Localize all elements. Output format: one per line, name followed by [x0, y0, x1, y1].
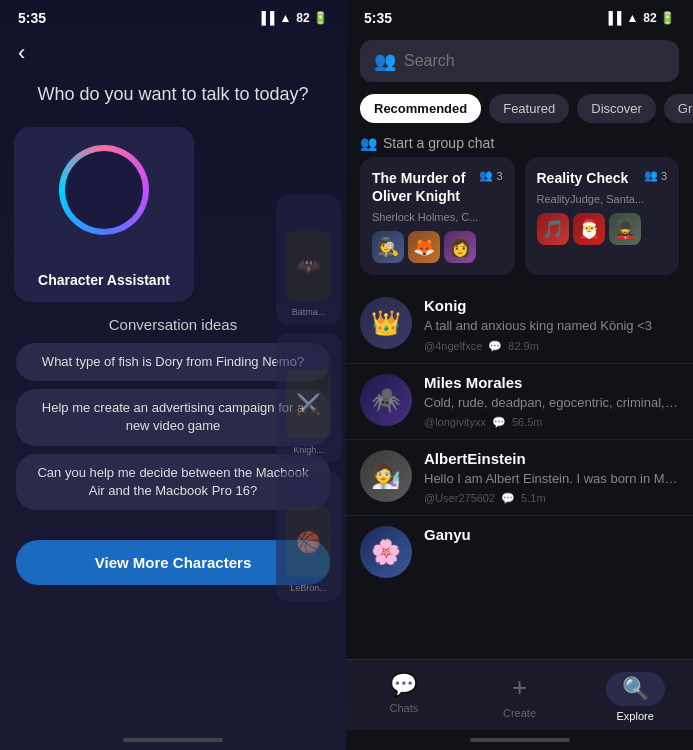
- characters-scroll: Character Assistant: [0, 127, 346, 302]
- einstein-avatar: 🧑‍🔬: [360, 450, 412, 502]
- conv-idea-3[interactable]: Can you help me decide between the Macbo…: [16, 454, 330, 510]
- miles-info: Miles Morales Cold, rude, deadpan, egoce…: [424, 374, 679, 429]
- signal-icon-left: ▐▐: [257, 11, 274, 25]
- section-label-group: 👥 Start a group chat: [346, 127, 693, 157]
- group-section-text: Start a group chat: [383, 135, 494, 151]
- group-card-sub-2: RealityJudge, Santa...: [537, 193, 668, 205]
- einstein-meta: @User275602 💬 5.1m: [424, 492, 679, 505]
- miles-meta: @longivityxx 💬 56.5m: [424, 416, 679, 429]
- tab-featured[interactable]: Featured: [489, 94, 569, 123]
- character-item-miles[interactable]: 🕷️ Miles Morales Cold, rude, deadpan, eg…: [346, 364, 693, 440]
- question-text: Who do you want to talk to today?: [7, 74, 338, 115]
- konig-desc: A tall and anxious king named König <3: [424, 317, 679, 335]
- tab-groups[interactable]: Groups: [664, 94, 693, 123]
- home-indicator-right: [346, 730, 693, 750]
- status-icons-right: ▐▐ ▲ 82 🔋: [604, 11, 675, 25]
- status-bar-left: 5:35 ▐▐ ▲ 82 🔋: [0, 0, 346, 32]
- conv-idea-2[interactable]: Help me create an advertising campaign f…: [16, 389, 330, 445]
- einstein-count: 5.1m: [521, 492, 545, 504]
- create-label: Create: [503, 707, 536, 719]
- avatar-girl: 👩: [444, 231, 476, 263]
- group-count-icon-2: 👥: [644, 169, 658, 182]
- miles-name: Miles Morales: [424, 374, 679, 391]
- konig-name: Konig: [424, 297, 679, 314]
- tab-recommended[interactable]: Recommended: [360, 94, 481, 123]
- group-card-sub-1: Sherlock Holmes, C...: [372, 211, 503, 223]
- conv-section-title: Conversation ideas: [16, 316, 330, 333]
- search-input[interactable]: [404, 52, 665, 70]
- group-cards-row: The Murder of Oliver Knight 👥 3 Sherlock…: [346, 157, 693, 275]
- group-count-2: 👥 3: [644, 169, 667, 182]
- character-assistant-card[interactable]: Character Assistant: [14, 127, 194, 302]
- miles-handle: @longivityxx: [424, 416, 486, 428]
- group-avatars-2: 🎵 🎅 💂: [537, 213, 668, 245]
- chats-label: Chats: [389, 702, 418, 714]
- einstein-name: AlbertEinstein: [424, 450, 679, 467]
- group-card-title-1: The Murder of Oliver Knight: [372, 169, 479, 205]
- right-panel: 5:35 ▐▐ ▲ 82 🔋 👥 Recommended Featured Di…: [346, 0, 693, 750]
- left-panel: 5:35 ▐▐ ▲ 82 🔋 ‹ Who do you want to talk…: [0, 0, 346, 750]
- character-item-einstein[interactable]: 🧑‍🔬 AlbertEinstein Hello I am Albert Ein…: [346, 440, 693, 516]
- group-card-title-2: Reality Check: [537, 169, 629, 187]
- back-button[interactable]: ‹: [0, 32, 43, 74]
- home-bar-right: [470, 738, 570, 742]
- search-bar[interactable]: 👥: [360, 40, 679, 82]
- konig-avatar: 👑: [360, 297, 412, 349]
- view-more-characters-button[interactable]: View More Characters: [16, 540, 330, 585]
- explore-icon: 🔍: [622, 676, 649, 701]
- avatar-music: 🎵: [537, 213, 569, 245]
- conversation-ideas-section: Conversation ideas What type of fish is …: [0, 310, 346, 524]
- battery-left: 82 🔋: [296, 11, 328, 25]
- circle-outer: [59, 145, 149, 235]
- home-indicator-left: [123, 730, 223, 750]
- group-card-reality-check[interactable]: Reality Check 👥 3 RealityJudge, Santa...…: [525, 157, 680, 275]
- search-people-icon: 👥: [374, 50, 396, 72]
- wifi-icon-left: ▲: [279, 11, 291, 25]
- chats-icon: 💬: [390, 672, 417, 698]
- tabs-row: Recommended Featured Discover Groups: [346, 90, 693, 127]
- conv-idea-1[interactable]: What type of fish is Dory from Finding N…: [16, 343, 330, 381]
- nav-chats[interactable]: 💬 Chats: [346, 668, 462, 726]
- avatar-santa: 🎅: [573, 213, 605, 245]
- circle-inner: [65, 151, 143, 229]
- group-card-header-2: Reality Check 👥 3: [537, 169, 668, 187]
- einstein-info: AlbertEinstein Hello I am Albert Einstei…: [424, 450, 679, 505]
- explore-label: Explore: [617, 710, 654, 722]
- character-item-ganyu[interactable]: 🌸 Ganyu: [346, 516, 693, 588]
- miles-count-icon: 💬: [492, 416, 506, 429]
- nav-explore[interactable]: 🔍 Explore: [577, 668, 693, 726]
- wifi-icon-right: ▲: [626, 11, 638, 25]
- ganyu-info: Ganyu: [424, 526, 679, 546]
- status-bar-right: 5:35 ▐▐ ▲ 82 🔋: [346, 0, 693, 32]
- nav-create[interactable]: + Create: [462, 668, 578, 726]
- miles-desc: Cold, rude, deadpan, egocentric, crimina…: [424, 394, 679, 412]
- character-assistant-name: Character Assistant: [14, 272, 194, 288]
- character-list: 👑 Konig A tall and anxious king named Kö…: [346, 287, 693, 659]
- miles-avatar: 🕷️: [360, 374, 412, 426]
- einstein-count-icon: 💬: [501, 492, 515, 505]
- konig-meta: @4ngelfxce 💬 82.9m: [424, 340, 679, 353]
- group-count-1: 👥 3: [479, 169, 502, 182]
- time-right: 5:35: [364, 10, 392, 26]
- group-avatars-1: 🕵️ 🦊 👩: [372, 231, 503, 263]
- konig-count: 82.9m: [508, 340, 539, 352]
- group-icon: 👥: [360, 135, 377, 151]
- einstein-desc: Hello I am Albert Einstein. I was born i…: [424, 470, 679, 488]
- time-left: 5:35: [18, 10, 46, 26]
- status-icons-left: ▐▐ ▲ 82 🔋: [257, 11, 328, 25]
- tab-discover[interactable]: Discover: [577, 94, 656, 123]
- battery-right: 82 🔋: [643, 11, 675, 25]
- character-item-konig[interactable]: 👑 Konig A tall and anxious king named Kö…: [346, 287, 693, 363]
- group-card-murder-oliver[interactable]: The Murder of Oliver Knight 👥 3 Sherlock…: [360, 157, 515, 275]
- konig-count-icon: 💬: [488, 340, 502, 353]
- einstein-handle: @User275602: [424, 492, 495, 504]
- group-card-header-1: The Murder of Oliver Knight 👥 3: [372, 169, 503, 205]
- avatar-soldier: 💂: [609, 213, 641, 245]
- signal-icon-right: ▐▐: [604, 11, 621, 25]
- avatar-detective: 🕵️: [372, 231, 404, 263]
- konig-info: Konig A tall and anxious king named Köni…: [424, 297, 679, 352]
- home-bar-left: [123, 738, 223, 742]
- ganyu-name: Ganyu: [424, 526, 679, 543]
- group-count-icon-1: 👥: [479, 169, 493, 182]
- konig-handle: @4ngelfxce: [424, 340, 482, 352]
